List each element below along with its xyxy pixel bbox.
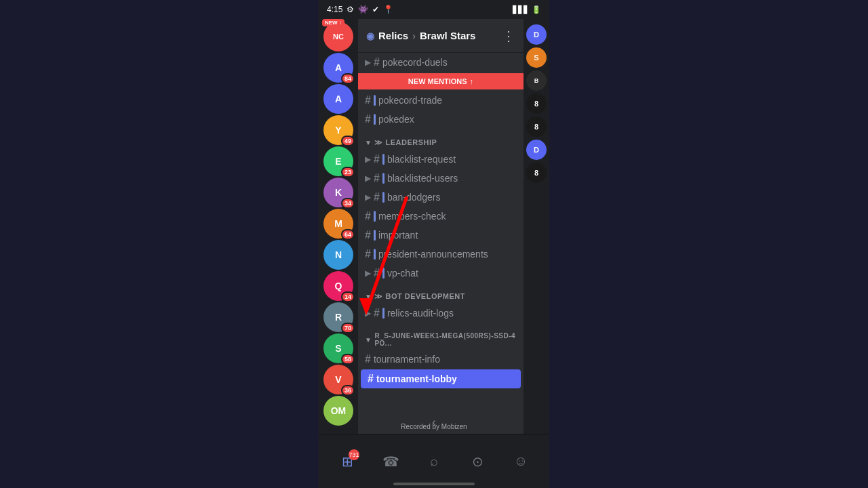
hash-icon: # [374,191,380,203]
collapse-icon: ▶ [365,58,371,67]
hash-icon: # [365,210,371,222]
right-avatar-discord[interactable]: D [526,24,547,45]
nav-home-badge: 731 [349,449,359,460]
phone-frame: 4:15 ⚙ 👾 ✔ 📍 ▋▋▋ 🔋 NC NEW ↑ A 84 A Y 49 … [319,0,549,488]
avatar-q[interactable]: Q 14 [323,271,353,301]
right-avatar-8a[interactable]: 8 [526,94,547,114]
status-bar: 4:15 ⚙ 👾 ✔ 📍 ▋▋▋ 🔋 [319,0,549,19]
server-title: ◉ Relics › Brawl Stars [366,30,475,41]
home-icon: ⊞ 731 [338,452,357,471]
nav-profile[interactable]: ☺ [511,452,530,471]
wifi-icon: ▋▋▋ [513,5,529,14]
check-icon: ✔ [372,5,379,14]
left-sidebar: NC NEW ↑ A 84 A Y 49 E 23 K 34 M 64 N [319,19,358,434]
channel-pokecord-duels[interactable]: ▶ # pokecord-duels [358,53,524,72]
channel-important[interactable]: # important [358,226,524,245]
avatar-e[interactable]: E 23 [323,146,353,176]
category-bot-development[interactable]: ▼ ≫ BOT DEVELOPMENT [358,283,524,304]
back-button[interactable]: ‹ [432,416,435,428]
home-indicator [393,483,475,485]
channel-blacklisted-users[interactable]: ▶ # blacklisted-users [358,169,524,188]
channel-pokecord-trade[interactable]: # pokecord-trade [358,91,524,110]
channel-list: ▶ # pokecord-duels NEW MENTIONS ↑ # poke… [358,53,524,434]
avatar-y[interactable]: Y 49 [323,115,353,145]
search-icon: ⌕ [425,452,443,471]
channel-name-blacklisted-users: blacklisted-users [387,173,458,184]
channel-name-tournament-lobby: tournament-lobby [376,373,457,384]
right-avatar-8c[interactable]: 8 [526,163,547,183]
hash-icon: # [374,172,380,184]
channel-name-president-announcements: president-announcements [378,249,488,260]
calls-icon: ☎ [381,452,400,471]
battery-icon: 🔋 [532,5,541,14]
avatar-a1[interactable]: A 84 [323,53,353,83]
channel-name-pokedex: pokedex [378,114,414,125]
channel-members-check[interactable]: # members-check [358,207,524,226]
unread-bar [382,154,384,165]
channel-tournament-lobby[interactable]: # tournament-lobby [361,369,521,388]
channel-pokedex[interactable]: # pokedex [358,110,524,129]
badge-a1: 84 [341,73,355,84]
avatar-r[interactable]: R 70 [323,302,353,332]
hash-icon: # [374,267,380,279]
channel-blacklist-request[interactable]: ▶ # blacklist-request [358,150,524,169]
hash-icon: # [374,153,380,165]
collapse-icon: ▶ [365,155,371,164]
status-right: ▋▋▋ 🔋 [513,5,541,14]
settings-icon: ⚙ [347,5,354,14]
unread-bar [382,308,384,319]
channel-name-blacklist-request: blacklist-request [387,154,456,165]
right-avatar-boss[interactable]: B [526,70,547,91]
channel-ban-dodgers[interactable]: ▶ # ban-dodgers [358,188,524,207]
mentions-icon: ⊙ [468,452,487,471]
time-display: 4:15 [327,5,342,14]
nav-calls[interactable]: ☎ [381,452,400,471]
new-mentions-label: NEW MENTIONS [408,77,467,85]
avatar-k[interactable]: K 34 [323,178,353,207]
right-avatar-discord2[interactable]: D [526,140,547,160]
channel-relics-audit-logs[interactable]: ▶ # relics-audit-logs [358,304,524,323]
avatar-s[interactable]: S 58 [323,333,353,363]
right-avatar-s[interactable]: S [526,47,547,68]
new-mentions-bar[interactable]: NEW MENTIONS ↑ [358,73,524,89]
hash-icon: # [365,229,371,241]
avatar-m[interactable]: M 64 [323,209,353,239]
category-leadership[interactable]: ▼ ≫ LEADERSHIP [358,129,524,150]
avatar-nc[interactable]: NC NEW ↑ [323,22,353,52]
badge-y: 49 [341,136,355,146]
right-sidebar: D S B 8 8 D 8 [524,19,549,434]
channel-name-ban-dodgers: ban-dodgers [387,192,441,203]
badge-s: 58 [341,354,355,365]
hash-icon: # [368,373,374,385]
hash-icon: # [365,94,371,106]
unread-bar [374,95,376,106]
category-leadership-label: ≫ LEADERSHIP [374,138,437,147]
channel-vp-chat[interactable]: ▶ # vp-chat [358,264,524,283]
channel-president-announcements[interactable]: # president-announcements [358,245,524,264]
channel-name-vp-chat: vp-chat [387,268,418,279]
unread-bar [374,114,376,125]
avatar-om[interactable]: OM [323,396,353,426]
status-left: 4:15 ⚙ 👾 ✔ 📍 [327,5,393,14]
unread-bar [374,211,376,222]
nav-mentions[interactable]: ⊙ [468,452,487,471]
right-avatar-8b[interactable]: 8 [526,117,547,137]
avatar-n[interactable]: N [323,240,353,270]
unread-bar [382,192,384,203]
badge-q: 14 [341,291,355,302]
profile-icon: ☺ [511,452,530,471]
badge-k: 34 [341,198,355,209]
avatar-a2[interactable]: A [323,84,353,114]
channel-panel: ◉ Relics › Brawl Stars ⋮ ▶ # pokecord-du… [358,19,524,434]
badge-v: 36 [341,385,355,396]
nav-home[interactable]: ⊞ 731 [338,452,357,471]
channel-tournament-info[interactable]: # tournament-info [358,350,524,369]
more-options-button[interactable]: ⋮ [502,28,515,44]
badge-e: 23 [341,167,355,178]
category-tournament[interactable]: ▼ R_S-JUNE-WEEK1-MEGA(500RS)-SSD-4 PO... [358,323,524,350]
hash-icon: # [365,353,371,365]
avatar-v[interactable]: V 36 [323,365,353,394]
nav-search[interactable]: ⌕ [425,452,443,471]
badge-r: 70 [341,323,355,333]
server-header: ◉ Relics › Brawl Stars ⋮ [358,19,524,53]
